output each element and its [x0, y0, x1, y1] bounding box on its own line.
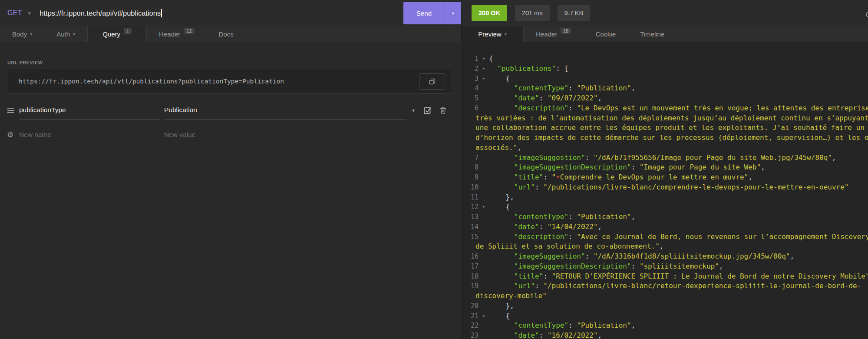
response-body[interactable]: 1▾{2▾ "publications": [3▾ {4 "contentTyp… — [462, 42, 868, 339]
code-line: 8 "imageSuggestionDescription": "Image p… — [462, 163, 868, 173]
code-segment: "description" — [514, 233, 568, 241]
send-options-caret-icon[interactable]: ▾ — [445, 2, 461, 24]
method-selector[interactable]: GET — [7, 9, 22, 17]
line-number: 6 — [462, 103, 479, 113]
line-number: 12 — [462, 202, 479, 212]
code-segment: , — [761, 163, 765, 171]
code-segment: "Image pour Page du site Web" — [640, 163, 761, 171]
tab-timeline-label: Timeline — [640, 30, 664, 38]
code-segment: "Avec ce Journal de Bord, nous revenons … — [577, 233, 868, 241]
fold-arrow-spacer — [479, 222, 489, 232]
line-number: 22 — [462, 321, 479, 331]
code-segment: : — [631, 163, 640, 171]
code-segment: : — [631, 262, 640, 270]
copy-url-button[interactable] — [419, 73, 445, 90]
code-line: de Spliiit et sa solution de co-abonneme… — [462, 242, 868, 252]
send-button[interactable]: Send — [403, 2, 445, 24]
code-segment: }, — [489, 302, 514, 310]
code-segment: "url" — [514, 282, 535, 290]
code-segment: "/dA/3316b4f1d8/spliiitsitemockup.jpg/34… — [594, 252, 790, 260]
header-count-badge: 12 — [184, 28, 194, 34]
code-line: 10 "url": "/publications/livre-blanc/com… — [462, 183, 868, 193]
code-segment: "date" — [514, 94, 539, 102]
tab-query[interactable]: Query 1 — [87, 26, 147, 42]
line-number: 10 — [462, 183, 479, 193]
new-param-value-field[interactable]: New value — [164, 126, 451, 144]
fold-arrow-spacer — [479, 301, 489, 311]
line-number: 23 — [462, 331, 479, 339]
code-segment: "/publications/livre-blanc/retour-dexper… — [543, 282, 861, 290]
send-split-button[interactable]: Send ▾ — [403, 2, 461, 24]
code-segment: très variées : de l’automatisation des d… — [475, 114, 868, 122]
code-segment: , — [517, 143, 521, 152]
fold-arrow-icon[interactable]: ▾ — [479, 64, 489, 74]
fold-arrow-icon[interactable]: ▾ — [479, 54, 489, 64]
fold-arrow-icon[interactable]: ▾ — [479, 311, 489, 321]
tab-docs[interactable]: Docs — [207, 26, 246, 42]
code-segment: , — [631, 84, 636, 92]
code-segment: "date" — [514, 223, 539, 231]
delete-param-icon[interactable] — [439, 106, 447, 114]
gear-icon[interactable]: ⚙ — [7, 131, 19, 139]
code-text: "imageSuggestionDescription": "spliiitsi… — [489, 262, 723, 272]
drag-handle-icon[interactable] — [7, 107, 19, 113]
code-segment — [489, 213, 514, 221]
tab-auth[interactable]: Auth ▾ — [44, 26, 87, 42]
code-segment: une collaboration accrue entre les équip… — [475, 123, 868, 132]
code-segment: "contentType" — [514, 321, 568, 329]
code-text: "title": "•Comprendre le DevOps pour le … — [489, 173, 752, 183]
code-segment: Comprendre le DevOps pour le mettre en œ… — [560, 173, 748, 181]
code-segment: "imageSuggestionDescription" — [514, 262, 631, 270]
code-segment — [489, 223, 514, 231]
line-number: 1 — [462, 54, 479, 64]
chevron-down-icon: ▾ — [30, 32, 32, 37]
code-segment: { — [489, 312, 510, 320]
tab-response-header[interactable]: Header 18 — [524, 26, 583, 42]
tab-body[interactable]: Body ▾ — [0, 26, 44, 42]
tab-preview[interactable]: Preview ▾ — [462, 26, 524, 42]
code-segment: { — [489, 203, 510, 211]
code-text: { — [489, 311, 510, 321]
line-number: 9 — [462, 173, 479, 183]
code-segment: { — [489, 54, 493, 63]
tab-cookie[interactable]: Cookie — [583, 26, 628, 42]
line-number: 17 — [462, 262, 479, 272]
query-count-badge: 1 — [124, 28, 132, 34]
code-segment — [489, 233, 514, 241]
param-value-field[interactable]: Publication — [164, 101, 406, 120]
new-value-placeholder: New value — [164, 131, 195, 139]
code-segment: : — [568, 104, 577, 112]
tab-timeline[interactable]: Timeline — [628, 26, 677, 42]
code-line: 18 "title": "RETOUR D'EXPÉRIENCE SPLIIIT… — [462, 272, 868, 282]
param-options-caret-icon[interactable]: ▾ — [412, 107, 415, 113]
code-text: "url": "/publications/livre-blanc/retour… — [489, 281, 861, 291]
request-url-bar: GET ▾ https://fr.ippon.tech/api/vtl/publ… — [0, 0, 462, 26]
text-cursor — [161, 9, 162, 17]
code-line: 9 "title": "•Comprendre le DevOps pour l… — [462, 173, 868, 183]
code-line: 4 "contentType": "Publication", — [462, 83, 868, 93]
code-segment: : — [539, 94, 548, 102]
code-segment — [489, 153, 514, 162]
param-enabled-checkbox[interactable] — [423, 106, 432, 114]
tab-header[interactable]: Header 12 — [147, 26, 206, 42]
fold-arrow-spacer — [479, 173, 489, 183]
code-text: "imageSuggestionDescription": "Image pou… — [489, 163, 765, 173]
code-segment: , — [748, 173, 752, 181]
fold-arrow-icon[interactable]: ▾ — [479, 202, 489, 212]
code-line: 2▾ "publications": [ — [462, 64, 868, 74]
code-segment: "Publication" — [577, 213, 631, 221]
code-segment — [489, 94, 514, 102]
fold-arrow-icon[interactable]: ▾ — [479, 74, 489, 84]
param-name-value: publicationType — [19, 106, 66, 114]
history-icon[interactable] — [864, 10, 868, 18]
new-param-name-field[interactable]: New name — [19, 126, 160, 144]
line-number: 19 — [462, 281, 479, 291]
param-name-field[interactable]: publicationType — [19, 101, 160, 120]
url-input[interactable]: https://fr.ippon.tech/api/vtl/publicatio… — [40, 9, 161, 17]
code-segment: : — [539, 331, 548, 339]
fold-arrow-spacer — [479, 103, 489, 113]
code-line: 11 }, — [462, 193, 868, 203]
code-segment: "16/02/2022" — [548, 331, 598, 339]
code-text: { — [489, 74, 510, 84]
method-caret-icon[interactable]: ▾ — [28, 10, 31, 16]
